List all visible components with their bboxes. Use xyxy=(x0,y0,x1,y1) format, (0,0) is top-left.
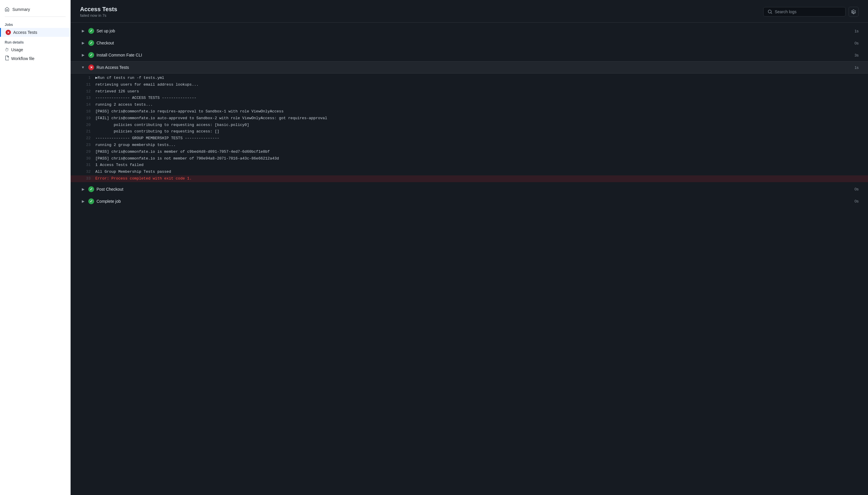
chevron-right-icon: ▶ xyxy=(80,40,86,46)
line-number: 32 xyxy=(80,169,91,175)
main-content: Access Tests failed now in 7s ▶ Set up j… xyxy=(71,0,868,495)
step-run-access-tests[interactable]: ▼ Run Access Tests 1s xyxy=(71,61,868,73)
log-line: 22 --------------- GROUP MEMBERSHIP TEST… xyxy=(71,135,868,142)
line-content: 1 Access Tests failed xyxy=(96,162,143,168)
jobs-section-label: Jobs xyxy=(0,19,70,28)
chevron-down-icon: ▼ xyxy=(80,65,86,70)
log-line: 19 [FAIL] chris@commonfate.io auto-appro… xyxy=(71,115,868,122)
success-status-icon xyxy=(88,186,94,192)
header-actions xyxy=(763,7,858,17)
log-line: 1 ▶Run cf tests run -f tests.yml xyxy=(71,75,868,82)
log-line: 20 policies contributing to requesting a… xyxy=(71,122,868,129)
line-content-error: Error: Process completed with exit code … xyxy=(96,176,192,182)
search-input[interactable] xyxy=(775,10,841,14)
step-complete-job[interactable]: ▶ Complete job 0s xyxy=(71,195,868,207)
home-icon xyxy=(5,7,10,12)
sidebar-item-workflow-file[interactable]: Workflow file xyxy=(0,54,70,63)
run-details-section-label: Run details xyxy=(0,37,70,46)
line-number: 12 xyxy=(80,89,91,95)
chevron-right-icon: ▶ xyxy=(80,52,86,58)
step-install-cli[interactable]: ▶ Install Common Fate CLI 3s xyxy=(71,49,868,61)
line-number: 23 xyxy=(80,142,91,148)
line-content: [PASS] chris@commonfate.io requires-appr… xyxy=(96,108,284,115)
log-line: 21 policies contributing to requesting a… xyxy=(71,128,868,135)
step-post-checkout[interactable]: ▶ Post Checkout 0s xyxy=(71,183,868,195)
line-content: ▶Run cf tests run -f tests.yml xyxy=(96,75,164,81)
success-status-icon xyxy=(88,28,94,34)
step-time: 0s xyxy=(854,41,858,45)
line-number: 22 xyxy=(80,135,91,141)
sidebar: Summary Jobs Access Tests Run details ⏱ … xyxy=(0,0,71,495)
line-number: 11 xyxy=(80,82,91,88)
step-name: Complete job xyxy=(97,199,850,204)
step-name: Checkout xyxy=(97,40,850,45)
usage-label: Usage xyxy=(11,47,23,52)
file-icon xyxy=(5,56,9,61)
step-time: 3s xyxy=(854,53,858,57)
chevron-right-icon: ▶ xyxy=(80,186,86,192)
line-number: 29 xyxy=(80,149,91,155)
step-time: 0s xyxy=(854,187,858,191)
steps-container: ▶ Set up job 1s ▶ Checkout 0s ▶ Install … xyxy=(71,23,868,495)
sidebar-summary[interactable]: Summary xyxy=(0,5,70,14)
step-name: Set up job xyxy=(97,29,850,33)
search-box[interactable] xyxy=(763,7,846,16)
line-content: All Group Membership Tests passed xyxy=(96,169,171,175)
sidebar-job-label: Access Tests xyxy=(13,30,37,35)
step-set-up-job[interactable]: ▶ Set up job 1s xyxy=(71,25,868,37)
line-number: 31 xyxy=(80,162,91,168)
line-number: 21 xyxy=(80,129,91,135)
line-content: --------------- GROUP MEMBERSHIP TESTS -… xyxy=(96,135,219,141)
settings-button[interactable] xyxy=(849,7,858,17)
search-icon xyxy=(768,10,772,14)
line-content: [PASS] chris@commonfate.io is not member… xyxy=(96,156,279,162)
line-content: [PASS] chris@commonfate.io is member of … xyxy=(96,149,270,155)
line-number: 13 xyxy=(80,95,91,101)
line-number: 33 xyxy=(80,176,91,182)
step-time: 0s xyxy=(854,199,858,203)
log-line: 31 1 Access Tests failed xyxy=(71,162,868,169)
step-time: 1s xyxy=(854,29,858,33)
header-title-area: Access Tests failed now in 7s xyxy=(80,6,117,18)
line-number: 18 xyxy=(80,108,91,115)
sidebar-item-access-tests[interactable]: Access Tests xyxy=(0,28,70,37)
log-line: 18 [PASS] chris@commonfate.io requires-a… xyxy=(71,108,868,115)
divider xyxy=(5,16,66,17)
success-status-icon xyxy=(88,198,94,204)
log-container: 1 ▶Run cf tests run -f tests.yml 11 retr… xyxy=(71,73,868,183)
step-time: 1s xyxy=(854,65,858,70)
log-line: 11 retrieving users for email address lo… xyxy=(71,82,868,88)
line-number: 19 xyxy=(80,115,91,122)
step-name: Install Common Fate CLI xyxy=(97,53,850,57)
clock-icon: ⏱ xyxy=(5,47,9,52)
log-line: 13 --------------- ACCESS TESTS --------… xyxy=(71,95,868,102)
sidebar-item-usage[interactable]: ⏱ Usage xyxy=(0,46,70,54)
summary-label: Summary xyxy=(12,7,30,12)
step-name: Run Access Tests xyxy=(97,65,850,70)
page-title: Access Tests xyxy=(80,6,117,13)
line-number: 30 xyxy=(80,156,91,162)
log-line: 29 [PASS] chris@commonfate.io is member … xyxy=(71,149,868,155)
line-content: retrieving users for email address looku… xyxy=(96,82,198,88)
success-status-icon xyxy=(88,52,94,58)
gear-icon xyxy=(851,10,856,14)
line-content: running 2 access tests... xyxy=(96,102,153,108)
chevron-right-icon: ▶ xyxy=(80,28,86,34)
line-content: --------------- ACCESS TESTS -----------… xyxy=(96,95,196,101)
line-number: 20 xyxy=(80,122,91,128)
log-line: 12 retrieved 126 users xyxy=(71,88,868,95)
line-number: 14 xyxy=(80,102,91,108)
line-content: policies contributing to requesting acce… xyxy=(96,122,249,128)
log-line: 32 All Group Membership Tests passed xyxy=(71,169,868,175)
fail-status-icon xyxy=(5,30,11,35)
log-line: 23 running 2 group membership tests... xyxy=(71,142,868,149)
main-header: Access Tests failed now in 7s xyxy=(71,0,868,23)
line-content: policies contributing to requesting acce… xyxy=(96,129,219,135)
page-subtitle: failed now in 7s xyxy=(80,13,117,18)
chevron-right-icon: ▶ xyxy=(80,198,86,204)
log-line: 14 running 2 access tests... xyxy=(71,102,868,108)
step-checkout[interactable]: ▶ Checkout 0s xyxy=(71,37,868,49)
step-name: Post Checkout xyxy=(97,187,850,192)
line-number: 1 xyxy=(80,75,91,81)
success-status-icon xyxy=(88,40,94,46)
